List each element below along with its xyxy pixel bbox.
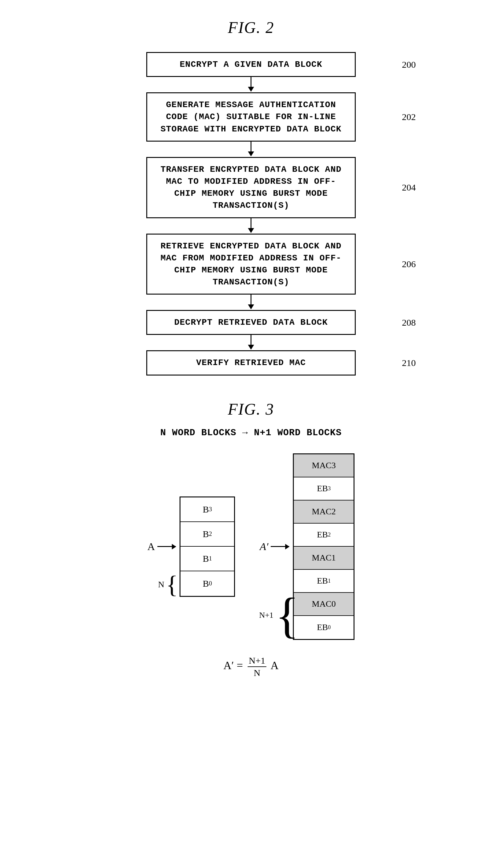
label-200: 200 [402,59,416,70]
n1-label: N+1 [259,611,273,620]
a-arrow [157,546,176,547]
n-label: N [158,580,164,589]
arrow-4-to-5 [146,335,356,350]
block-MAC3: MAC3 [294,454,354,477]
right-block-wrapper: MAC3 EB3 MAC2 EB2 MAC1 EB1 MAC0 EB0 N+1 … [293,453,355,640]
block-EB1: EB1 [294,570,354,593]
formula-a: A [270,659,278,672]
flow-row-200: ENCRYPT A GIVEN DATA BLOCK 200 [25,52,477,77]
flow-box-202: GENERATE MESSAGE AUTHENTICATION CODE (MA… [146,92,356,142]
fig3-subtitle: N WORD BLOCKS → N+1 WORD BLOCKS [25,427,477,438]
block-B2: B2 [181,522,234,547]
label-206: 206 [402,259,416,269]
right-blocks: MAC3 EB3 MAC2 EB2 MAC1 EB1 MAC0 EB0 [293,453,355,640]
block-B0: B0 [181,571,234,596]
fraction-denominator: N [253,667,262,678]
label-210: 210 [402,358,416,368]
label-204: 204 [402,182,416,193]
n1-brace-char: } [275,591,299,640]
block-EB2: EB2 [294,524,354,547]
fig3-title: FIG. 3 [25,400,477,418]
arrow-1-to-2 [146,142,356,157]
right-group: A′ MAC3 EB3 MAC2 EB2 MAC1 EB1 MAC0 EB0 [260,453,355,640]
arrow-3-to-4 [146,294,356,310]
a-pointer-group: A [147,541,176,552]
block-MAC2: MAC2 [294,500,354,524]
flow-box-206: RETRIEVE ENCRYPTED DATA BLOCK AND MAC FR… [146,234,356,295]
flow-row-206: RETRIEVE ENCRYPTED DATA BLOCK AND MAC FR… [25,234,477,295]
fig2-title: FIG. 2 [25,19,477,37]
block-B3: B3 [181,497,234,522]
block-EB3: EB3 [294,477,354,500]
flow-row-208: DECRYPT RETRIEVED DATA BLOCK 208 [25,310,477,335]
block-MAC0: MAC0 [294,593,354,616]
aprime-label: A′ [260,541,268,552]
label-208: 208 [402,317,416,328]
n-brace-char: } [166,572,178,597]
label-202: 202 [402,112,416,122]
aprime-pointer-group: A′ [260,541,289,552]
arrow-2-to-3 [146,218,356,234]
formula-fraction: N+1 N [248,655,267,678]
block-MAC1: MAC1 [294,547,354,570]
flow-row-202: GENERATE MESSAGE AUTHENTICATION CODE (MA… [25,92,477,142]
flow-box-200: ENCRYPT A GIVEN DATA BLOCK [146,52,356,77]
formula-section: A′ = N+1 N A [25,655,477,678]
flow-row-210: VERIFY RETRIEVED MAC 210 [25,350,477,375]
n1-brace: N+1 } [259,591,299,640]
flow-box-204: TRANSFER ENCRYPTED DATA BLOCK AND MAC TO… [146,157,356,218]
block-EB0: EB0 [294,616,354,639]
left-block-wrapper: B3 B2 B1 B0 N } [180,496,235,597]
n-brace: N } [158,572,178,597]
flow-box-210: VERIFY RETRIEVED MAC [146,350,356,375]
flowchart: ENCRYPT A GIVEN DATA BLOCK 200 GENERATE … [25,52,477,375]
page: FIG. 2 ENCRYPT A GIVEN DATA BLOCK 200 GE… [0,0,502,868]
a-label: A [147,541,155,552]
aprime-arrow [271,546,289,547]
left-group: A B3 B2 B1 B0 N } [147,496,235,597]
fraction-numerator: N+1 [248,655,267,667]
arrow-0-to-1 [146,77,356,92]
formula-aprime: A′ = [224,659,243,672]
block-B1: B1 [181,547,234,571]
flow-box-208: DECRYPT RETRIEVED DATA BLOCK [146,310,356,335]
left-blocks: B3 B2 B1 B0 [180,496,235,597]
flow-row-204: TRANSFER ENCRYPTED DATA BLOCK AND MAC TO… [25,157,477,218]
